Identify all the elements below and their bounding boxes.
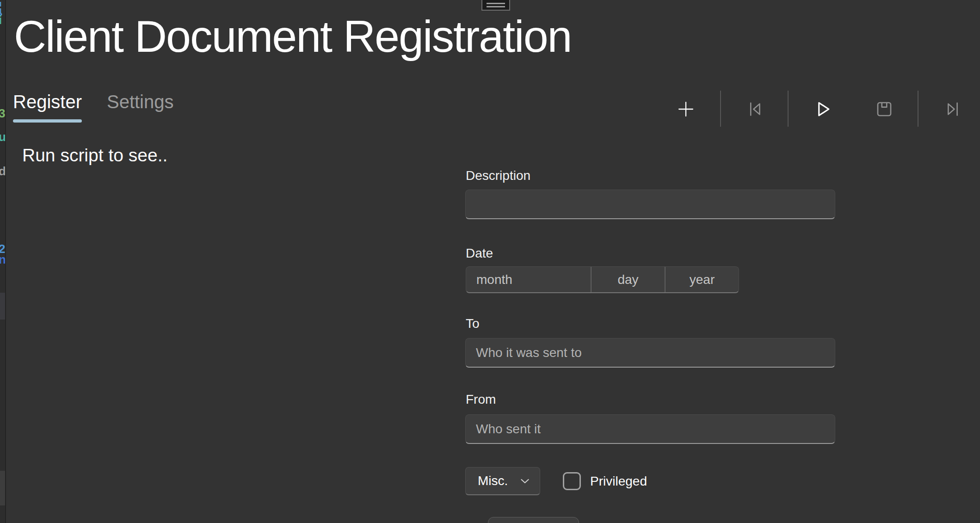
page-title: Client Document Registration bbox=[14, 8, 572, 64]
toolbar-separator bbox=[788, 91, 789, 127]
from-label: From bbox=[466, 392, 496, 407]
date-label: Date bbox=[466, 246, 493, 261]
privileged-checkbox[interactable] bbox=[563, 472, 581, 490]
background-window-edge: ¦ › i 3 u d 2 n bbox=[0, 0, 6, 523]
run-script-button[interactable] bbox=[813, 99, 833, 119]
save-floppy-icon bbox=[875, 99, 894, 119]
from-input[interactable] bbox=[465, 414, 835, 444]
edge-glyph: 3 bbox=[0, 107, 5, 119]
toolbar-separator bbox=[918, 91, 918, 127]
window-drag-handle[interactable] bbox=[481, 0, 510, 11]
skip-to-end-icon bbox=[943, 99, 962, 119]
active-tab-indicator bbox=[13, 119, 82, 123]
date-month-segment[interactable]: month bbox=[466, 267, 591, 292]
first-record-button[interactable] bbox=[745, 99, 765, 119]
plus-icon bbox=[676, 99, 696, 119]
grip-lines-icon bbox=[487, 3, 505, 4]
tab-register[interactable]: Register bbox=[13, 91, 82, 123]
grip-lines-icon bbox=[487, 6, 505, 7]
add-record-button[interactable] bbox=[676, 99, 696, 119]
chevron-down-icon bbox=[518, 474, 531, 487]
play-icon bbox=[813, 98, 833, 120]
to-input[interactable] bbox=[465, 338, 835, 368]
tab-settings[interactable]: Settings bbox=[107, 91, 174, 123]
edge-scrollbar-block bbox=[0, 471, 6, 505]
tab-bar: Register Settings bbox=[13, 91, 173, 123]
edge-glyph: d bbox=[0, 165, 6, 177]
date-day-segment[interactable]: day bbox=[591, 267, 665, 292]
tab-settings-label: Settings bbox=[107, 92, 174, 112]
clipped-bottom-button[interactable] bbox=[488, 517, 579, 523]
to-label: To bbox=[466, 316, 480, 331]
skip-to-start-icon bbox=[745, 99, 764, 119]
empty-state-text: Run script to see.. bbox=[22, 145, 167, 166]
description-input[interactable] bbox=[465, 190, 835, 219]
edge-highlight-block bbox=[0, 293, 6, 320]
tab-register-label: Register bbox=[13, 92, 82, 112]
edge-glyph: n bbox=[0, 253, 6, 265]
toolbar-separator bbox=[720, 91, 721, 127]
edge-glyph: i bbox=[0, 14, 2, 26]
edge-glyph: u bbox=[0, 131, 6, 143]
last-record-button[interactable] bbox=[943, 99, 963, 119]
date-picker[interactable]: month day year bbox=[466, 266, 739, 293]
save-button[interactable] bbox=[874, 99, 894, 119]
privileged-label: Privileged bbox=[590, 474, 647, 489]
category-selected-value: Misc. bbox=[478, 474, 508, 488]
date-year-segment[interactable]: year bbox=[665, 267, 739, 292]
description-label: Description bbox=[466, 168, 530, 183]
category-dropdown[interactable]: Misc. bbox=[465, 467, 540, 495]
privileged-checkbox-row[interactable]: Privileged bbox=[563, 472, 647, 490]
